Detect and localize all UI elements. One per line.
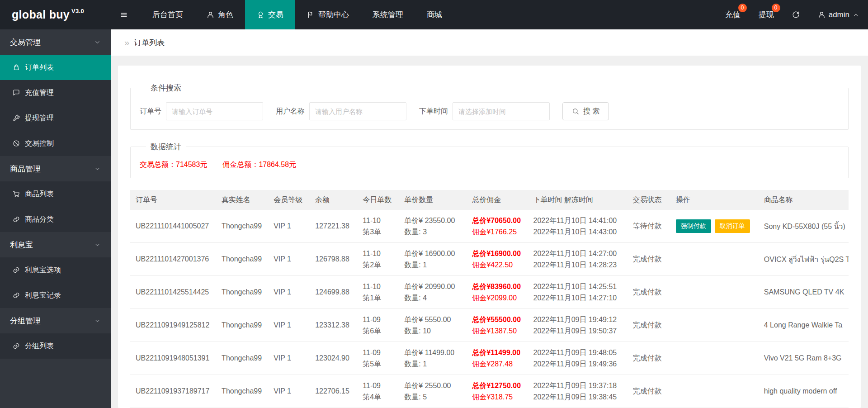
sidebar-group-goods-mgmt[interactable]: 商品管理 (0, 156, 111, 181)
sidebar-item-trade-control[interactable]: 交易控制 (0, 131, 111, 156)
sidebar-item-withdraw-mgmt[interactable]: 提现管理 (0, 105, 111, 131)
cell-status: 完成付款 (627, 375, 670, 408)
search-field-order-no: 订单号 (140, 102, 263, 120)
sidebar: 交易管理订单列表充值管理提现管理交易控制商品管理商品列表商品分类利息宝利息宝选项… (0, 29, 111, 408)
cell-product: Vivo V21 5G Ram 8+3G (759, 342, 849, 375)
sidebar-item-label: 商品分类 (25, 215, 54, 224)
cell-real-name: Thongcha99 (216, 375, 268, 408)
nav-item-trade[interactable]: 交易 (245, 0, 295, 29)
table-row: UB2211101441005027Thongcha99VIP 1127221.… (130, 210, 849, 243)
order-time: 2022年11月10日 14:41:00 (533, 215, 622, 226)
force-pay-button[interactable]: 强制付款 (676, 219, 711, 233)
sidebar-item-label: 订单列表 (25, 63, 54, 72)
cell-unit-qty: 单价¥ 16900.00数量: 1 (399, 243, 467, 276)
order-no-input[interactable] (166, 102, 263, 120)
cell-status: 等待付款 (627, 210, 670, 243)
today-seq: 第3单 (363, 226, 393, 237)
withdraw-nav-item[interactable]: 提现 0 (750, 0, 783, 29)
link-icon (13, 266, 20, 274)
sidebar-item-label: 充值管理 (25, 88, 54, 98)
cell-times: 2022年11月10日 14:25:512022年11月10日 14:27:10 (528, 276, 627, 309)
quantity: 数量: 10 (404, 325, 461, 337)
nav-item-label: 交易 (268, 9, 283, 20)
today-date: 11-09 (363, 314, 393, 325)
cell-today-count: 11-09第6单 (357, 309, 399, 342)
sidebar-item-goods-list[interactable]: 商品列表 (0, 181, 111, 207)
column-header-9: 操作 (670, 190, 759, 210)
today-date: 11-10 (363, 281, 393, 292)
order-time: 2022年11月10日 14:27:00 (533, 248, 622, 259)
content: 条件搜索 订单号用户名称下单时间搜 索 数据统计 交易总额：714583元 佣金… (111, 56, 868, 408)
cell-times: 2022年11月09日 19:37:182022年11月09日 19:38:45 (528, 375, 627, 408)
total-price: 总价¥55500.00 (472, 314, 522, 325)
cell-real-name: Thongcha99 (216, 243, 268, 276)
cell-vip-level: VIP 1 (268, 276, 310, 309)
sidebar-item-group-list[interactable]: 分组列表 (0, 333, 111, 359)
order-time-input[interactable] (453, 102, 550, 120)
cell-unit-qty: 单价¥ 2550.00数量: 5 (399, 375, 467, 408)
nav-item-mall[interactable]: 商城 (415, 0, 454, 29)
total-price: 总价¥12750.00 (472, 380, 522, 391)
chevron-down-icon (94, 166, 101, 172)
cancel-order-button[interactable]: 取消订单 (715, 219, 750, 233)
cell-total-commission: 总价¥16900.00佣金¥422.50 (467, 243, 528, 276)
recharge-nav-item[interactable]: 充值 0 (716, 0, 750, 29)
nav-item-help[interactable]: 帮助中心 (295, 0, 361, 29)
commission: 佣金¥318.75 (472, 391, 522, 403)
sidebar-item-order-list[interactable]: 订单列表 (0, 55, 111, 80)
cell-times: 2022年11月09日 19:48:052022年11月09日 19:49:36 (528, 342, 627, 375)
sidebar-item-recharge-mgmt[interactable]: 充值管理 (0, 80, 111, 105)
award-icon (257, 11, 264, 19)
sidebar-item-interest-records[interactable]: 利息宝记录 (0, 283, 111, 308)
recharge-badge: 0 (738, 4, 747, 12)
user-menu[interactable]: admin (809, 0, 868, 29)
sidebar-item-label: 商品列表 (25, 190, 54, 199)
search-button[interactable]: 搜 索 (562, 102, 609, 120)
sidebar-item-label: 提现管理 (25, 114, 54, 123)
today-date: 11-10 (363, 248, 393, 259)
link-icon (13, 216, 20, 223)
cell-status: 完成付款 (627, 276, 670, 309)
column-header-0: 订单号 (130, 190, 216, 210)
sidebar-group-group-mgmt[interactable]: 分组管理 (0, 308, 111, 333)
cell-balance: 127221.38 (310, 210, 357, 243)
column-header-1: 真实姓名 (216, 190, 268, 210)
orders-table-wrap: 订单号真实姓名会员等级余额今日单数单价数量总价佣金下单时间 解冻时间交易状态操作… (130, 190, 849, 408)
brand-logo: global buy V3.0 (0, 0, 111, 29)
cell-total-commission: 总价¥12750.00佣金¥318.75 (467, 375, 528, 408)
main-area: » 订单列表 条件搜索 订单号用户名称下单时间搜 索 数据统计 交易总额：714… (111, 29, 868, 408)
nav-item-label: 商城 (427, 9, 442, 20)
hamburger-menu-icon[interactable] (111, 0, 137, 29)
nav-item-role[interactable]: 角色 (195, 0, 245, 29)
sidebar-item-goods-category[interactable]: 商品分类 (0, 207, 111, 232)
commission: 佣金¥422.50 (472, 259, 522, 270)
brand-version: V3.0 (71, 8, 84, 14)
cell-unit-qty: 单价¥ 5550.00数量: 10 (399, 309, 467, 342)
unfreeze-time: 2022年11月10日 14:43:00 (533, 226, 622, 237)
cell-today-count: 11-09第4单 (357, 375, 399, 408)
topbar: global buy V3.0 后台首页角色交易帮助中心系统管理商城 充值 0 … (0, 0, 868, 29)
cell-today-count: 11-10第3单 (357, 210, 399, 243)
cell-product: OVICX ลู่วิ่งไฟฟ้า รุ่นQ2S T (759, 243, 849, 276)
sidebar-group-trade-mgmt[interactable]: 交易管理 (0, 29, 111, 55)
quantity: 数量: 1 (404, 358, 461, 370)
table-row: UB2211101425514425Thongcha99VIP 1124699.… (130, 276, 849, 309)
commission: 佣金¥2099.00 (472, 292, 522, 304)
sidebar-group-interest[interactable]: 利息宝 (0, 232, 111, 257)
cell-today-count: 11-10第1单 (357, 276, 399, 309)
search-field-order-time: 下单时间 (419, 102, 550, 120)
cell-balance: 123024.90 (310, 342, 357, 375)
link-icon (13, 342, 20, 350)
total-price: 总价¥11499.00 (472, 347, 522, 358)
refresh-button[interactable] (783, 0, 809, 29)
cell-actions (670, 309, 759, 342)
chevron-down-icon (94, 242, 101, 248)
sidebar-item-interest-options[interactable]: 利息宝选项 (0, 257, 111, 283)
nav-item-label: 系统管理 (373, 9, 403, 20)
user-name-input[interactable] (309, 102, 406, 120)
nav-item-system[interactable]: 系统管理 (361, 0, 415, 29)
cell-real-name: Thongcha99 (216, 342, 268, 375)
quantity: 数量: 4 (404, 292, 461, 304)
nav-item-home[interactable]: 后台首页 (141, 0, 195, 29)
unfreeze-time: 2022年11月10日 14:27:10 (533, 292, 622, 304)
